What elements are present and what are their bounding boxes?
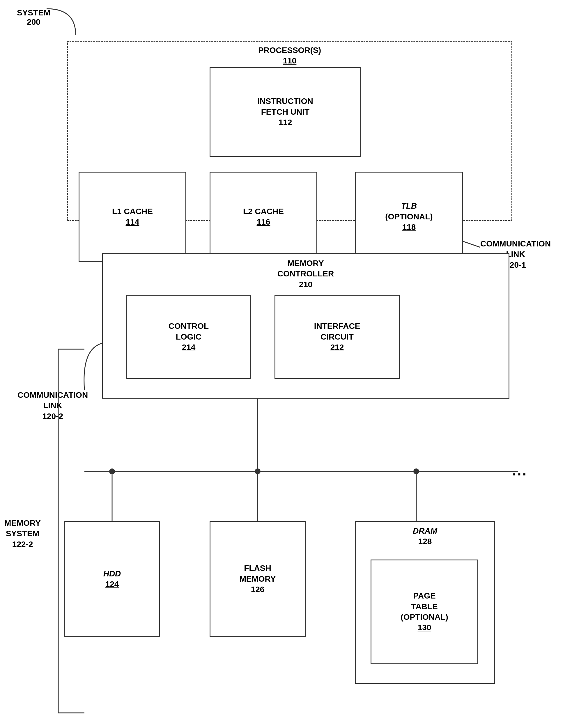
tlb-number: 118 xyxy=(402,222,416,233)
interface-circuit-label: INTERFACECIRCUIT xyxy=(314,321,360,342)
tlb-label: TLB xyxy=(401,201,417,211)
control-logic-box: CONTROLLOGIC 214 xyxy=(126,295,251,379)
flash-memory-number: 126 xyxy=(251,584,265,595)
svg-point-4 xyxy=(255,469,261,474)
hdd-number: 124 xyxy=(105,579,119,589)
page-table-number: 130 xyxy=(418,622,431,633)
comm-link-2-number: 120-2 xyxy=(17,411,88,422)
system-text: SYSTEM xyxy=(17,8,50,17)
memory-controller-box: MEMORYCONTROLLER 210 CONTROLLOGIC 214 IN… xyxy=(102,253,509,399)
svg-point-6 xyxy=(109,469,115,474)
hdd-box: HDD 124 xyxy=(64,521,160,637)
l1-cache-box: L1 CACHE 114 xyxy=(79,172,186,262)
processor-number: 110 xyxy=(68,56,511,66)
processor-label: PROCESSOR(S) xyxy=(68,45,511,56)
comm-link-2-label: COMMUNICATIONLINK 120-2 xyxy=(17,390,88,422)
flash-memory-label: FLASHMEMORY xyxy=(239,563,276,584)
interface-circuit-box: INTERFACECIRCUIT 212 xyxy=(275,295,400,379)
dram-number: 128 xyxy=(356,536,494,547)
instruction-fetch-number: 112 xyxy=(279,117,292,128)
instruction-fetch-box: INSTRUCTIONFETCH UNIT 112 xyxy=(210,67,361,157)
page-table-label: PAGETABLE(OPTIONAL) xyxy=(401,591,448,622)
dram-label: DRAM xyxy=(356,526,494,536)
memory-controller-label: MEMORYCONTROLLER xyxy=(103,258,509,279)
page-table-box: PAGETABLE(OPTIONAL) 130 xyxy=(371,560,478,664)
diagram: SYSTEM 200 xyxy=(0,0,572,728)
dram-outer-box: DRAM 128 PAGETABLE(OPTIONAL) 130 xyxy=(355,521,495,684)
control-logic-number: 214 xyxy=(182,342,196,353)
hdd-label: HDD xyxy=(103,569,121,579)
l1-cache-number: 114 xyxy=(126,217,139,227)
flash-memory-box: FLASHMEMORY 126 xyxy=(210,521,306,637)
tlb-box: TLB (OPTIONAL) 118 xyxy=(355,172,463,262)
l2-cache-number: 116 xyxy=(257,217,270,227)
system-number: 200 xyxy=(17,17,50,27)
l1-cache-label: L1 CACHE xyxy=(112,206,153,217)
svg-point-9 xyxy=(413,469,419,474)
interface-circuit-number: 212 xyxy=(331,342,344,353)
system-label: SYSTEM 200 xyxy=(17,8,50,27)
instruction-fetch-label: INSTRUCTIONFETCH UNIT xyxy=(257,96,313,117)
tlb-optional-label: (OPTIONAL) xyxy=(385,212,433,222)
control-logic-label: CONTROLLOGIC xyxy=(168,321,209,342)
memory-system-number: 122-2 xyxy=(4,539,41,550)
memory-system-label: MEMORYSYSTEM 122-2 xyxy=(4,518,41,550)
l2-cache-label: L2 CACHE xyxy=(243,206,284,217)
l2-cache-box: L2 CACHE 116 xyxy=(210,172,317,262)
ellipsis: ... xyxy=(512,463,527,479)
memory-controller-number: 210 xyxy=(103,279,509,290)
